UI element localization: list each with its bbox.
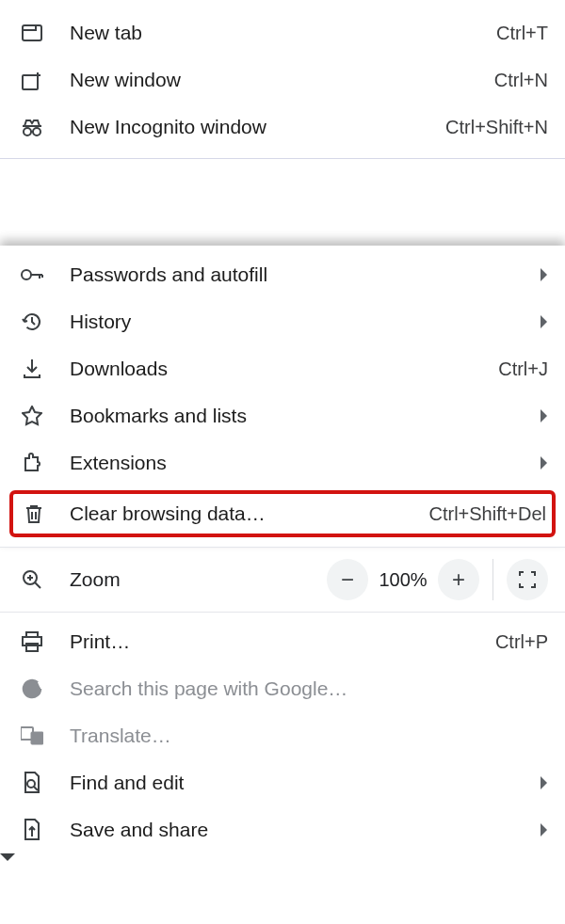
- chevron-right-icon: [539, 456, 548, 470]
- menu-item-label: Find and edit: [70, 772, 529, 794]
- zoom-row: Zoom − 100% +: [0, 548, 565, 613]
- svg-point-3: [33, 128, 40, 135]
- svg-rect-1: [23, 75, 38, 89]
- menu-item-shortcut: Ctrl+N: [494, 70, 548, 91]
- search-google-item[interactable]: Search this page with Google…: [0, 665, 565, 712]
- svg-point-11: [27, 780, 35, 788]
- svg-point-2: [24, 128, 31, 135]
- menu-item-shortcut: Ctrl+Shift+Del: [429, 503, 547, 525]
- menu-item-label: New Incognito window: [70, 116, 445, 138]
- print-item[interactable]: Print… Ctrl+P: [0, 618, 565, 665]
- menu-item-label: Downloads: [70, 358, 498, 380]
- incognito-icon: [19, 118, 45, 136]
- menu-item-label: History: [70, 311, 529, 333]
- menu-item-label: Clear browsing data…: [70, 502, 429, 525]
- key-icon: [19, 267, 45, 282]
- history-item[interactable]: History: [0, 298, 565, 345]
- clear-data-item[interactable]: Clear browsing data… Ctrl+Shift+Del: [9, 490, 556, 537]
- star-icon: [19, 406, 45, 426]
- new-window-item[interactable]: New window Ctrl+N: [0, 56, 565, 104]
- new-tab-item[interactable]: New tab Ctrl+T: [0, 9, 565, 56]
- trash-icon: [21, 503, 47, 524]
- menu-item-shortcut: Ctrl+T: [496, 23, 548, 44]
- svg-rect-10: [31, 732, 43, 744]
- menu-item-shortcut: Ctrl+Shift+N: [445, 117, 548, 138]
- menu-item-shortcut: Ctrl+J: [498, 358, 548, 380]
- tab-icon: [19, 24, 45, 41]
- translate-item[interactable]: Translate…: [0, 712, 565, 759]
- svg-rect-0: [23, 25, 41, 40]
- find-edit-item[interactable]: Find and edit: [0, 759, 565, 806]
- download-icon: [19, 358, 45, 379]
- menu-item-label: New tab: [70, 22, 496, 44]
- history-icon: [19, 311, 45, 332]
- chevron-right-icon: [539, 823, 548, 836]
- menu-item-shortcut: Ctrl+P: [495, 631, 548, 653]
- translate-icon: [19, 725, 45, 746]
- menu-item-label: Passwords and autofill: [70, 263, 529, 286]
- chevron-right-icon: [539, 409, 548, 422]
- menu-item-label: New window: [70, 69, 494, 91]
- bookmarks-item[interactable]: Bookmarks and lists: [0, 392, 565, 439]
- downloads-item[interactable]: Downloads Ctrl+J: [0, 345, 565, 392]
- menu-item-label: Bookmarks and lists: [70, 405, 529, 427]
- save-share-icon: [19, 819, 45, 841]
- zoom-level: 100%: [368, 569, 438, 591]
- passwords-item[interactable]: Passwords and autofill: [0, 251, 565, 298]
- chevron-right-icon: [539, 268, 548, 281]
- new-incognito-item[interactable]: New Incognito window Ctrl+Shift+N: [0, 104, 565, 151]
- chevron-right-icon: [539, 315, 548, 328]
- find-icon: [19, 772, 45, 794]
- puzzle-icon: [19, 453, 45, 473]
- menu-item-label: Print…: [70, 630, 495, 653]
- chevron-right-icon: [539, 776, 548, 789]
- fullscreen-button[interactable]: [507, 559, 548, 600]
- expand-down-button[interactable]: [0, 853, 565, 867]
- menu-item-label: Save and share: [70, 819, 529, 841]
- zoom-in-button[interactable]: +: [438, 559, 479, 600]
- menu-item-label: Extensions: [70, 452, 529, 474]
- svg-point-4: [22, 270, 31, 279]
- print-icon: [19, 631, 45, 652]
- zoom-icon: [19, 569, 45, 590]
- google-icon: [19, 678, 45, 699]
- menu-item-label: Search this page with Google…: [70, 677, 548, 700]
- section-gap: [0, 159, 565, 246]
- zoom-out-button[interactable]: −: [327, 559, 368, 600]
- window-plus-icon: [19, 70, 45, 90]
- separator: [492, 559, 493, 600]
- save-share-item[interactable]: Save and share: [0, 806, 565, 853]
- zoom-label: Zoom: [70, 568, 327, 591]
- menu-item-label: Translate…: [70, 725, 548, 747]
- extensions-item[interactable]: Extensions: [0, 439, 565, 486]
